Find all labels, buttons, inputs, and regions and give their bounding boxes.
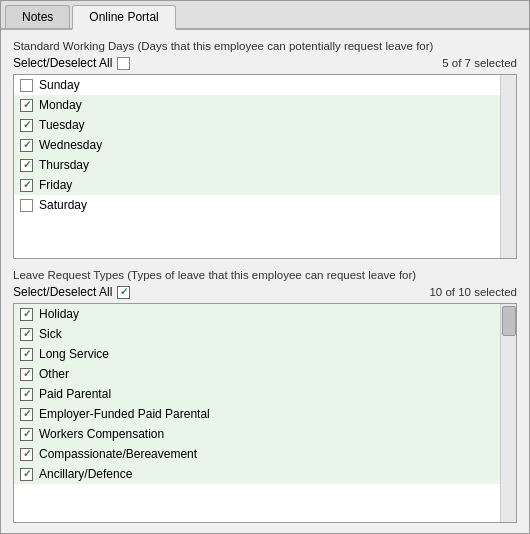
sick-checkbox[interactable] [20, 328, 33, 341]
tab-content: Standard Working Days (Days that this em… [1, 30, 529, 533]
working-days-select-all-row: Select/Deselect All 5 of 7 selected [13, 56, 517, 70]
working-days-select-all-left: Select/Deselect All [13, 56, 130, 70]
tab-online-portal[interactable]: Online Portal [72, 5, 175, 30]
main-window: Notes Online Portal Standard Working Day… [0, 0, 530, 534]
saturday-checkbox[interactable] [20, 199, 33, 212]
compassionate-checkbox[interactable] [20, 448, 33, 461]
sunday-checkbox[interactable] [20, 79, 33, 92]
working-days-list-inner: Sunday Monday Tuesday Wednesday Thursday [14, 75, 500, 258]
wednesday-label: Wednesday [39, 138, 102, 152]
list-item[interactable]: Thursday [14, 155, 500, 175]
other-label: Other [39, 367, 69, 381]
list-item[interactable]: Employer-Funded Paid Parental [14, 404, 500, 424]
list-item[interactable]: Ancillary/Defence [14, 464, 500, 484]
ancillary-checkbox[interactable] [20, 468, 33, 481]
working-days-count: 5 of 7 selected [442, 57, 517, 69]
long-service-checkbox[interactable] [20, 348, 33, 361]
holiday-label: Holiday [39, 307, 79, 321]
list-item[interactable]: Wednesday [14, 135, 500, 155]
thursday-label: Thursday [39, 158, 89, 172]
long-service-label: Long Service [39, 347, 109, 361]
leave-types-list-inner: Holiday Sick Long Service Other Paid Par… [14, 304, 500, 522]
other-checkbox[interactable] [20, 368, 33, 381]
leave-types-count: 10 of 10 selected [429, 286, 517, 298]
sunday-label: Sunday [39, 78, 80, 92]
working-days-scrollbar[interactable] [500, 75, 516, 258]
leave-types-list: Holiday Sick Long Service Other Paid Par… [13, 303, 517, 523]
paid-parental-checkbox[interactable] [20, 388, 33, 401]
monday-checkbox[interactable] [20, 99, 33, 112]
saturday-label: Saturday [39, 198, 87, 212]
list-item[interactable]: Sick [14, 324, 500, 344]
tab-notes[interactable]: Notes [5, 5, 70, 28]
leave-types-select-all-row: Select/Deselect All 10 of 10 selected [13, 285, 517, 299]
compassionate-label: Compassionate/Bereavement [39, 447, 197, 461]
list-item[interactable]: Friday [14, 175, 500, 195]
list-item[interactable]: Sunday [14, 75, 500, 95]
employer-funded-checkbox[interactable] [20, 408, 33, 421]
employer-funded-label: Employer-Funded Paid Parental [39, 407, 210, 421]
sick-label: Sick [39, 327, 62, 341]
workers-comp-checkbox[interactable] [20, 428, 33, 441]
list-item[interactable]: Holiday [14, 304, 500, 324]
list-item[interactable]: Tuesday [14, 115, 500, 135]
friday-label: Friday [39, 178, 72, 192]
leave-types-select-all-checkbox[interactable] [117, 286, 130, 299]
leave-types-select-all-left: Select/Deselect All [13, 285, 130, 299]
list-item[interactable]: Long Service [14, 344, 500, 364]
tuesday-checkbox[interactable] [20, 119, 33, 132]
leave-types-section: Leave Request Types (Types of leave that… [13, 269, 517, 303]
working-days-label: Standard Working Days (Days that this em… [13, 40, 517, 52]
list-item[interactable]: Monday [14, 95, 500, 115]
leave-types-label: Leave Request Types (Types of leave that… [13, 269, 517, 281]
paid-parental-label: Paid Parental [39, 387, 111, 401]
list-item[interactable]: Saturday [14, 195, 500, 215]
ancillary-label: Ancillary/Defence [39, 467, 132, 481]
workers-comp-label: Workers Compensation [39, 427, 164, 441]
working-days-list: Sunday Monday Tuesday Wednesday Thursday [13, 74, 517, 259]
leave-types-select-all-label: Select/Deselect All [13, 285, 112, 299]
list-item[interactable]: Compassionate/Bereavement [14, 444, 500, 464]
list-item[interactable]: Workers Compensation [14, 424, 500, 444]
working-days-select-all-checkbox[interactable] [117, 57, 130, 70]
friday-checkbox[interactable] [20, 179, 33, 192]
tab-bar: Notes Online Portal [1, 1, 529, 30]
list-item[interactable]: Paid Parental [14, 384, 500, 404]
thursday-checkbox[interactable] [20, 159, 33, 172]
holiday-checkbox[interactable] [20, 308, 33, 321]
monday-label: Monday [39, 98, 82, 112]
working-days-select-all-label: Select/Deselect All [13, 56, 112, 70]
tuesday-label: Tuesday [39, 118, 85, 132]
list-item[interactable]: Other [14, 364, 500, 384]
wednesday-checkbox[interactable] [20, 139, 33, 152]
leave-types-scrollbar[interactable] [500, 304, 516, 522]
